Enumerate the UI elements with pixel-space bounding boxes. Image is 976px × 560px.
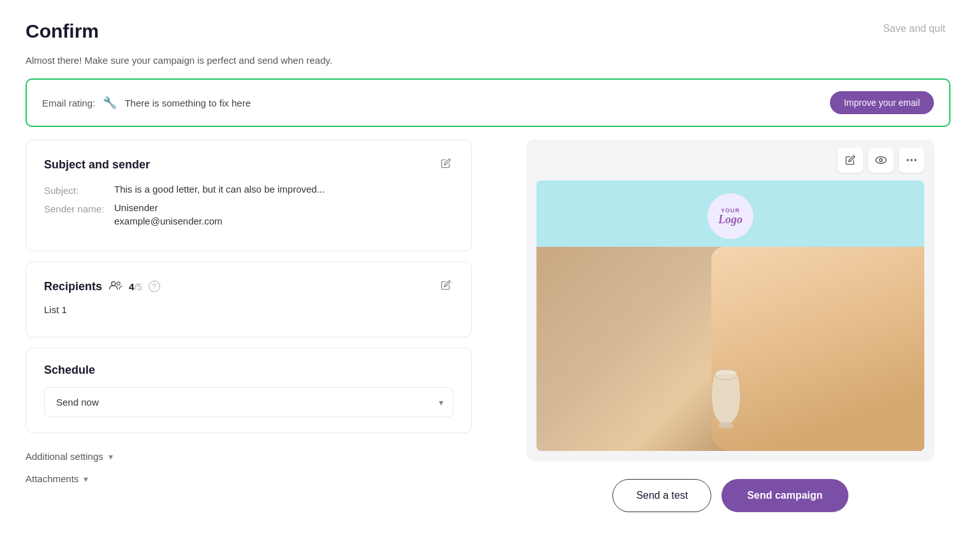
recipients-total: 5 [137,281,142,292]
preview-logo-area: YOUR Logo [536,181,924,247]
schedule-title: Schedule [44,364,95,377]
additional-settings-row[interactable]: Additional settings ▾ [26,443,472,466]
subject-value: This is a good letter, but it can also b… [114,184,454,195]
recipients-header: Recipients 4/5 ? [44,277,454,295]
improve-email-button[interactable]: Improve your email [830,91,934,114]
page-title: Confirm [26,20,99,42]
wrench-icon: 🔧 [103,96,117,110]
sender-name-label: Sender name: [44,202,114,214]
page-header: Confirm Save and quit [26,20,950,42]
subject-sender-header: Subject and sender [44,156,454,173]
left-column: Subject and sender Subject: This is a go… [26,140,472,488]
email-preview: YOUR Logo [536,181,924,451]
recipients-title-area: Recipients 4/5 ? [44,280,160,293]
schedule-select-wrapper: Send now Schedule for later ▾ [44,387,454,417]
recipients-count: 4/5 [129,281,142,292]
svg-point-0 [112,282,115,286]
rating-message: There is something to fix here [124,98,822,108]
svg-point-2 [876,157,887,164]
svg-point-6 [914,159,916,161]
recipients-title: Recipients [44,280,102,293]
people-icon [108,280,122,293]
svg-point-5 [910,159,912,161]
attachments-row[interactable]: Attachments ▾ [26,466,472,488]
subject-label: Subject: [44,184,114,196]
send-campaign-button[interactable]: Send campaign [721,479,848,512]
main-layout: Subject and sender Subject: This is a go… [26,140,950,512]
additional-settings-label: Additional settings [26,451,103,462]
subject-sender-edit-button[interactable] [438,156,454,173]
send-test-button[interactable]: Send a test [612,479,711,512]
pencil-icon [441,158,451,168]
pencil-icon [441,280,451,290]
svg-point-8 [718,422,734,429]
more-icon [906,159,917,161]
right-column: YOUR Logo [510,140,950,512]
logo-circle: YOUR Logo [707,193,753,239]
chevron-down-icon: ▾ [84,474,88,484]
help-icon[interactable]: ? [149,281,160,292]
preview-toolbar [526,140,935,181]
sender-email-value: example@unisender.com [114,216,454,226]
schedule-header: Schedule [44,364,454,377]
sender-values: Unisender example@unisender.com [114,202,454,229]
logo-logo-text: Logo [718,214,743,225]
recipients-edit-button[interactable] [438,277,454,295]
subject-sender-title: Subject and sender [44,158,150,172]
preview-container: YOUR Logo [526,181,935,461]
page-subtitle: Almost there! Make sure your campaign is… [26,55,950,66]
svg-point-4 [906,159,908,161]
svg-point-3 [880,159,883,162]
save-quit-button[interactable]: Save and quit [878,20,950,37]
vase-illustration [704,355,748,432]
email-rating-box: Email rating: 🔧 There is something to fi… [26,78,950,127]
list-row: List 1 [44,304,454,315]
preview-image [536,247,924,451]
list-name: List 1 [44,304,454,315]
pencil-icon [845,155,855,165]
schedule-card: Schedule Send now Schedule for later ▾ [26,348,472,433]
sender-name-value: Unisender [114,202,454,213]
subject-sender-card: Subject and sender Subject: This is a go… [26,140,472,251]
attachments-label: Attachments [26,473,78,484]
schedule-select[interactable]: Send now Schedule for later [44,387,454,417]
edit-preview-button[interactable] [838,147,863,173]
people-icon-svg [108,280,122,290]
more-options-button[interactable] [899,147,924,173]
eye-icon [875,156,887,165]
svg-point-1 [117,282,120,285]
subject-row: Subject: This is a good letter, but it c… [44,184,454,196]
chevron-down-icon: ▾ [108,452,113,462]
recipients-card: Recipients 4/5 ? [26,262,472,337]
sender-row: Sender name: Unisender example@unisender… [44,202,454,229]
view-preview-button[interactable] [868,147,894,173]
action-buttons: Send a test Send campaign [612,479,848,512]
email-rating-label: Email rating: [42,98,95,108]
